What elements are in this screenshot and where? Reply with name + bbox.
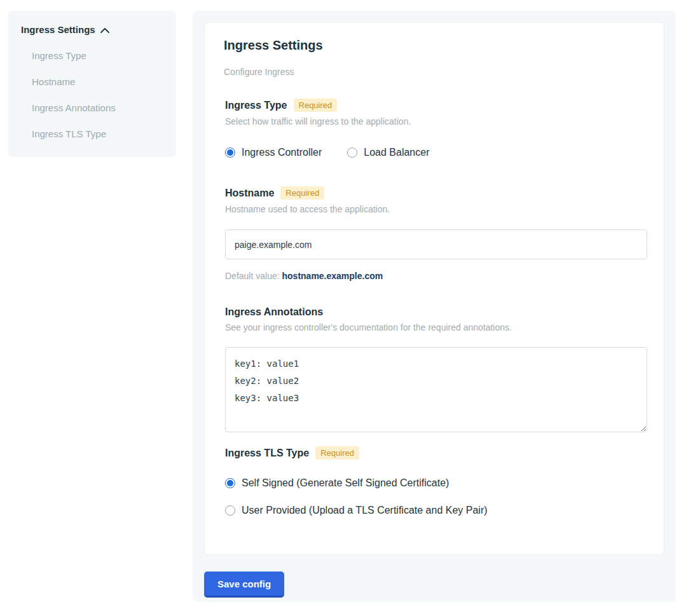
default-value-text: hostname.example.com <box>282 271 383 281</box>
page-subtitle: Configure Ingress <box>224 67 645 77</box>
chevron-up-icon <box>100 27 109 33</box>
sidebar-item-ingress-type[interactable]: Ingress Type <box>32 50 163 61</box>
section-ingress-type: Ingress Type Required Select how traffic… <box>225 99 645 158</box>
section-hostname: Hostname Required Hostname used to acces… <box>225 186 645 281</box>
required-badge: Required <box>294 99 338 112</box>
sidebar-group-label: Ingress Settings <box>21 24 95 35</box>
tls-type-radio-group: Self Signed (Generate Self Signed Certif… <box>225 477 645 516</box>
radio-button-icon[interactable] <box>225 478 235 488</box>
radio-label: Load Balancer <box>364 147 429 158</box>
section-title-ingress-tls-type: Ingress TLS Type <box>225 448 309 459</box>
radio-load-balancer[interactable]: Load Balancer <box>347 147 429 158</box>
ingress-annotations-textarea[interactable]: key1: value1 key2: value2 key3: value3 <box>225 347 647 432</box>
default-value-label: Default value: <box>225 271 282 281</box>
radio-ingress-controller[interactable]: Ingress Controller <box>225 147 322 158</box>
ingress-settings-card: Ingress Settings Configure Ingress Ingre… <box>204 22 664 555</box>
sidebar-item-list: Ingress Type Hostname Ingress Annotation… <box>21 50 163 139</box>
radio-label: Self Signed (Generate Self Signed Certif… <box>242 477 449 489</box>
section-ingress-tls-type: Ingress TLS Type Required Self Signed (G… <box>225 446 645 516</box>
section-help-ingress-type: Select how traffic will ingress to the a… <box>225 116 645 127</box>
section-help-ingress-annotations: See your ingress controller's documentat… <box>225 322 645 332</box>
sidebar-item-ingress-tls-type[interactable]: Ingress TLS Type <box>32 128 163 139</box>
sidebar-item-hostname[interactable]: Hostname <box>32 76 163 87</box>
settings-sidebar: Ingress Settings Ingress Type Hostname I… <box>8 11 176 157</box>
radio-button-icon[interactable] <box>225 505 235 516</box>
radio-label: User Provided (Upload a TLS Certificate … <box>242 505 488 516</box>
radio-user-provided[interactable]: User Provided (Upload a TLS Certificate … <box>225 505 645 516</box>
section-title-ingress-annotations: Ingress Annotations <box>225 306 323 318</box>
section-ingress-annotations: Ingress Annotations See your ingress con… <box>225 306 645 435</box>
radio-button-icon[interactable] <box>225 147 235 158</box>
sidebar-group-ingress-settings[interactable]: Ingress Settings <box>21 24 163 35</box>
radio-button-icon[interactable] <box>347 147 357 158</box>
page-title: Ingress Settings <box>224 38 645 53</box>
radio-self-signed[interactable]: Self Signed (Generate Self Signed Certif… <box>225 477 645 489</box>
hostname-default-line: Default value: hostname.example.com <box>225 271 645 281</box>
section-title-hostname: Hostname <box>225 188 274 199</box>
radio-label: Ingress Controller <box>242 147 322 158</box>
section-title-ingress-type: Ingress Type <box>225 100 287 111</box>
required-badge: Required <box>280 186 324 200</box>
config-main-panel: Ingress Settings Configure Ingress Ingre… <box>193 11 676 602</box>
save-config-button[interactable]: Save config <box>204 572 284 598</box>
section-help-hostname: Hostname used to access the application. <box>225 204 645 214</box>
ingress-type-radio-group: Ingress Controller Load Balancer <box>225 147 645 158</box>
hostname-input[interactable] <box>225 229 647 259</box>
sidebar-item-ingress-annotations[interactable]: Ingress Annotations <box>32 102 163 113</box>
required-badge: Required <box>315 446 359 460</box>
